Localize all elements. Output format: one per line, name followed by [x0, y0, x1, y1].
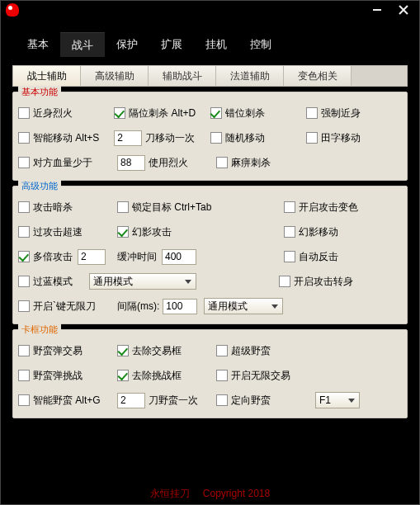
cb-near-fire[interactable]: 近身烈火	[18, 106, 73, 120]
input-buffer[interactable]	[162, 249, 196, 265]
panel-advanced: 高级功能 攻击暗杀 锁定目标 Ctrl+Tab 开启攻击变色 过攻击超速 幻影攻…	[12, 186, 408, 324]
chevron-down-icon	[346, 394, 357, 406]
combo-dir-value: F1	[319, 394, 331, 406]
content: 基本功能 近身烈火 隔位刺杀 Alt+D 错位刺杀 强制近身 智能移动 Alt+…	[1, 92, 419, 483]
cb-lock-target[interactable]: 锁定目标 Ctrl+Tab	[117, 201, 211, 215]
minimize-button[interactable]	[366, 2, 388, 17]
cb-open-color[interactable]: 开启攻击变色	[284, 201, 358, 215]
footer-brand: 永恒挂刀	[150, 487, 190, 501]
combo-over-blue-mode[interactable]: 通用模式	[89, 273, 196, 290]
cb-remove-trade[interactable]: 去除交易框	[117, 344, 182, 358]
cb-open-inf[interactable]: 开启`键无限刀	[18, 300, 96, 314]
cb-open-inf-trade[interactable]: 开启无限交易	[216, 369, 290, 383]
subtab-advanced[interactable]: 高级辅助	[81, 66, 149, 86]
cb-over-speed[interactable]: 过攻击超速	[18, 225, 83, 239]
combo-inf-value: 通用模式	[208, 300, 248, 314]
footer: 永恒挂刀 Copyright 2018	[1, 483, 419, 504]
cb-wild-challenge[interactable]: 野蛮弹挑战	[18, 369, 83, 383]
cb-random-move[interactable]: 随机移动	[210, 131, 265, 145]
combo-over-blue-value: 通用模式	[93, 275, 133, 289]
input-opp-hp[interactable]	[117, 155, 145, 171]
label-buffer: 缓冲时间	[117, 250, 157, 264]
label-wild-after: 刀野蛮一次	[149, 394, 198, 408]
close-button[interactable]	[393, 2, 414, 17]
panel-basic-title: 基本功能	[18, 86, 61, 98]
subtab-bar: 战士辅助 高级辅助 辅助战斗 法道辅助 变色相关	[12, 65, 408, 87]
cb-attack-kill[interactable]: 攻击暗杀	[18, 201, 73, 215]
cb-wrong-stab[interactable]: 错位刺杀	[210, 106, 265, 120]
chevron-down-icon	[269, 300, 281, 312]
cb-phantom-atk[interactable]: 幻影攻击	[117, 225, 172, 239]
cb-wild-trade[interactable]: 野蛮弹交易	[18, 344, 83, 358]
subtab-fadao[interactable]: 法道辅助	[216, 66, 284, 86]
combo-inf-mode[interactable]: 通用模式	[204, 298, 283, 314]
cb-paralyze[interactable]: 麻痹刺杀	[216, 156, 271, 170]
tab-protect[interactable]: 保护	[105, 32, 149, 57]
app-window: 基本 战斗 保护 扩展 挂机 控制 战士辅助 高级辅助 辅助战斗 法道辅助 变色…	[0, 0, 420, 505]
panel-card: 卡框功能 野蛮弹交易 去除交易框 超级野蛮 野蛮弹挑战 去除挑战框 开启无限交易…	[12, 329, 408, 418]
tab-hang[interactable]: 挂机	[194, 32, 238, 57]
panel-advanced-title: 高级功能	[18, 180, 61, 192]
cb-tian-move[interactable]: 田字移动	[306, 131, 361, 145]
cb-opp-hp[interactable]: 对方血量少于	[18, 156, 92, 170]
cb-open-turn[interactable]: 开启攻击转身	[279, 275, 353, 289]
input-multi-count[interactable]	[78, 249, 106, 265]
main-nav: 基本 战斗 保护 扩展 挂机 控制	[1, 32, 419, 57]
panel-card-title: 卡框功能	[18, 323, 61, 336]
titlebar	[1, 1, 419, 19]
label-sword-after: 刀移动一次	[145, 131, 195, 145]
cb-phantom-move[interactable]: 幻影移动	[284, 225, 338, 239]
tab-control[interactable]: 控制	[238, 32, 283, 57]
cb-remove-challenge[interactable]: 去除挑战框	[117, 369, 182, 383]
footer-copyright: Copyright 2018	[203, 488, 270, 499]
tab-extend[interactable]: 扩展	[149, 32, 194, 57]
cb-force-melee[interactable]: 强制近身	[306, 106, 361, 120]
cb-auto-counter[interactable]: 自动反击	[284, 250, 338, 264]
tab-basic[interactable]: 基本	[16, 32, 60, 57]
app-icon	[6, 3, 19, 17]
cb-smart-wild[interactable]: 智能野蛮 Alt+G	[18, 394, 101, 408]
tab-combat[interactable]: 战斗	[60, 32, 105, 57]
label-opp-hp-after: 使用烈火	[149, 156, 188, 170]
input-interval[interactable]	[163, 299, 197, 314]
cb-over-blue[interactable]: 过蓝模式	[18, 275, 73, 289]
chevron-down-icon	[182, 276, 194, 287]
input-wild-count[interactable]	[117, 393, 145, 408]
label-interval: 间隔(ms):	[117, 300, 159, 314]
combo-dir-key[interactable]: F1	[315, 392, 360, 408]
cb-super-wild[interactable]: 超级野蛮	[216, 344, 271, 358]
subtab-color[interactable]: 变色相关	[284, 66, 352, 86]
subtab-warrior[interactable]: 战士辅助	[13, 66, 81, 86]
cb-dir-wild[interactable]: 定向野蛮	[216, 394, 271, 408]
panel-basic: 基本功能 近身烈火 隔位刺杀 Alt+D 错位刺杀 强制近身 智能移动 Alt+…	[12, 92, 408, 181]
input-sword-count[interactable]	[114, 130, 142, 146]
cb-gap-stab[interactable]: 隔位刺杀 Alt+D	[114, 106, 196, 120]
cb-multi-atk[interactable]: 多倍攻击	[18, 250, 73, 264]
subtab-combat[interactable]: 辅助战斗	[149, 66, 216, 86]
cb-smart-move[interactable]: 智能移动 Alt+S	[18, 131, 99, 145]
